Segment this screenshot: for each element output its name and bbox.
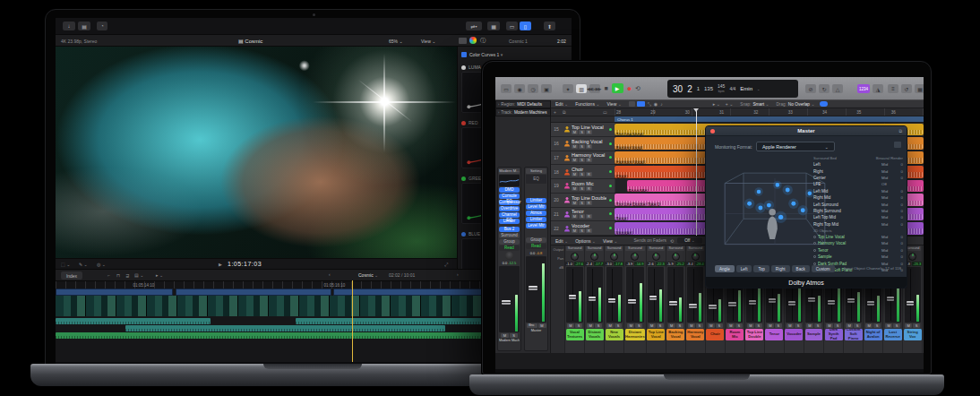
- mixer-channel-strip[interactable]: Surround -8.4 -28.4 M S: [686, 245, 706, 353]
- volume-fader[interactable]: [499, 266, 520, 332]
- output-slot[interactable]: Surround: [499, 233, 520, 238]
- mute-button[interactable]: M: [885, 323, 892, 328]
- sends-mode-select[interactable]: Off ⌄: [677, 237, 702, 244]
- solo-button[interactable]: S: [579, 186, 585, 191]
- effect-row[interactable]: Color Curves 1 ▾: [461, 50, 569, 59]
- channel-stepper[interactable]: 0: [896, 169, 903, 174]
- plugin-slot[interactable]: Channel EQ: [499, 212, 520, 218]
- fader-cap[interactable]: [728, 302, 735, 306]
- play-button[interactable]: ▶: [612, 83, 623, 93]
- channel-stepper[interactable]: 0: [896, 176, 903, 180]
- plugin-slot[interactable]: Level Mtr: [526, 223, 546, 228]
- output-button[interactable]: Surround: [687, 246, 704, 251]
- mute-button[interactable]: M: [572, 201, 578, 205]
- track-header[interactable]: 18 Choir M S R: [551, 165, 615, 179]
- object-channel-row[interactable]: Tenor Mid 0: [813, 247, 903, 254]
- catch-playhead-icon[interactable]: [637, 101, 645, 107]
- output-button[interactable]: Surround: [586, 246, 603, 251]
- solo-button[interactable]: S: [696, 323, 703, 328]
- tuner-icon[interactable]: ⊘: [805, 84, 816, 93]
- plugin-title-bar[interactable]: Master ⧉: [706, 126, 907, 136]
- bounce-button[interactable]: Bnc: [527, 323, 537, 328]
- mixer-edit-menu[interactable]: Edit ⌄: [555, 238, 568, 244]
- channel-stepper[interactable]: 0: [896, 248, 903, 253]
- count-in-button[interactable]: 1234: [857, 84, 870, 93]
- view-button[interactable]: Custom: [812, 265, 835, 272]
- drag-value[interactable]: No Overlap ⌄: [788, 102, 815, 107]
- eq-slot[interactable]: EQ: [526, 175, 546, 184]
- next-clip-icon[interactable]: ›: [457, 271, 459, 277]
- volume-fader[interactable]: [566, 267, 582, 323]
- volume-fader[interactable]: [667, 267, 683, 323]
- fader-cap[interactable]: [808, 297, 815, 302]
- mute-button[interactable]: M: [826, 323, 833, 328]
- fader-cap[interactable]: [749, 300, 756, 305]
- plugin-slot[interactable]: Limiter: [526, 198, 546, 203]
- binaural-value[interactable]: Mid: [881, 209, 896, 213]
- binaural-value[interactable]: Mid: [881, 215, 896, 220]
- logic-playhead[interactable]: [696, 108, 697, 236]
- track-on-indicator[interactable]: [609, 142, 612, 145]
- solo-button[interactable]: S: [579, 144, 585, 149]
- track-header[interactable]: 22 Vocoder M S R: [551, 221, 615, 236]
- track-header[interactable]: 17 Harmony Vocal M S R: [551, 151, 615, 166]
- pan-knob[interactable]: [505, 252, 513, 260]
- bed-channel-row[interactable]: Right Surround Mid 0: [813, 208, 903, 214]
- volume-fader[interactable]: [648, 267, 664, 323]
- apple-loops-icon[interactable]: ↺: [901, 84, 912, 93]
- solo-button[interactable]: S: [854, 323, 861, 328]
- view-button[interactable]: Back: [792, 265, 810, 272]
- channel-stepper[interactable]: 0: [896, 189, 903, 194]
- pan-knob[interactable]: [672, 253, 680, 261]
- solo-button[interactable]: S: [735, 323, 743, 328]
- channel-stepper[interactable]: 0: [896, 202, 903, 207]
- output-button[interactable]: Surround: [667, 246, 684, 251]
- solo-button[interactable]: S: [575, 323, 582, 328]
- stop-button[interactable]: ■: [604, 85, 607, 91]
- timeline-toggle-icon[interactable]: ▭: [506, 22, 518, 30]
- fader-cap[interactable]: [649, 296, 657, 300]
- record-enable-button[interactable]: R: [586, 158, 592, 162]
- track-header[interactable]: 15 Top Line Vocal M S R: [551, 123, 615, 137]
- plugin-slot[interactable]: Limiter: [499, 219, 520, 224]
- mute-button[interactable]: M: [688, 323, 695, 328]
- bed-channel-row[interactable]: Left Top Mid Mid 0: [813, 214, 903, 220]
- binaural-value[interactable]: Mid: [881, 222, 896, 227]
- region-color-icon[interactable]: [629, 101, 635, 107]
- track-on-indicator[interactable]: [609, 128, 612, 131]
- pan-knob[interactable]: [692, 253, 700, 261]
- view-button[interactable]: Right: [771, 265, 790, 272]
- pan-knob[interactable]: [590, 253, 598, 261]
- effects-tool-icon[interactable]: ◎ ⌄: [97, 262, 106, 267]
- solo-button[interactable]: S: [579, 214, 585, 219]
- mute-button[interactable]: M: [727, 323, 735, 328]
- track-on-indicator[interactable]: [609, 170, 612, 173]
- fader-cap[interactable]: [907, 301, 914, 306]
- record-enable-button[interactable]: R: [586, 186, 592, 191]
- volume-fader[interactable]: [687, 267, 703, 323]
- object-channel-row[interactable]: Harmony Vocal Mid 0: [813, 240, 903, 246]
- mute-button[interactable]: M: [627, 323, 634, 328]
- mute-button[interactable]: M: [747, 323, 754, 328]
- binaural-value[interactable]: Mid: [881, 248, 896, 253]
- object-channel-row[interactable]: Top Line Vocal Mid 0: [813, 234, 903, 240]
- view-menu[interactable]: View ⌄: [421, 39, 435, 44]
- fader-cap[interactable]: [828, 300, 835, 305]
- view-options-icon[interactable]: [894, 142, 901, 148]
- mixer-channel-strip[interactable]: Surround -3.9 -14.9 M S: [624, 245, 647, 353]
- record-enable-button[interactable]: R: [586, 214, 592, 219]
- plugin-slot[interactable]: Limiter: [526, 217, 546, 222]
- audio-clip[interactable]: Solar Wind: [125, 325, 445, 331]
- solo-button[interactable]: S: [510, 333, 518, 338]
- object-checkbox[interactable]: [813, 249, 816, 252]
- solo-button[interactable]: S: [595, 323, 602, 328]
- fader-cap[interactable]: [669, 301, 676, 306]
- mixer-options-menu[interactable]: Options ⌄: [575, 238, 596, 244]
- zoom-menu[interactable]: 65% ⌄: [389, 39, 403, 44]
- forward-button[interactable]: ▶▶: [596, 86, 601, 91]
- audio-clip[interactable]: Radio Static: [56, 318, 211, 324]
- solo-button[interactable]: S: [795, 323, 802, 328]
- fader-cap[interactable]: [788, 301, 795, 306]
- volume-fader[interactable]: [606, 267, 623, 323]
- track-inspector-header[interactable]: › Track: Modern Machines: [495, 108, 551, 116]
